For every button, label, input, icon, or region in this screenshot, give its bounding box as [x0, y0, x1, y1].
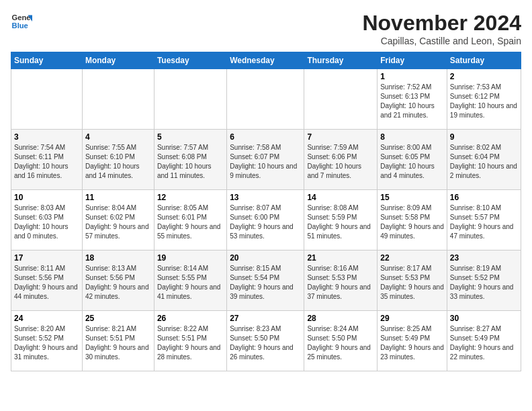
title-area: November 2024 Capillas, Castille and Leo…	[362, 11, 521, 46]
calendar-week-4: 17Sunrise: 8:11 AM Sunset: 5:56 PM Dayli…	[11, 250, 521, 311]
calendar-week-2: 3Sunrise: 7:54 AM Sunset: 6:11 PM Daylig…	[11, 130, 521, 190]
header: General Blue November 2024 Capillas, Cas…	[11, 11, 521, 46]
logo-icon: General Blue	[11, 11, 32, 32]
calendar-cell: 15Sunrise: 8:09 AM Sunset: 5:58 PM Dayli…	[378, 190, 447, 250]
day-info: Sunrise: 8:25 AM Sunset: 5:49 PM Dayligh…	[380, 324, 444, 362]
day-info: Sunrise: 8:14 AM Sunset: 5:55 PM Dayligh…	[157, 264, 224, 302]
day-number: 25	[85, 314, 151, 323]
day-number: 14	[307, 193, 374, 202]
calendar-cell: 17Sunrise: 8:11 AM Sunset: 5:56 PM Dayli…	[11, 250, 83, 311]
calendar-cell: 23Sunrise: 8:19 AM Sunset: 5:52 PM Dayli…	[447, 250, 521, 311]
calendar-cell: 11Sunrise: 8:04 AM Sunset: 6:02 PM Dayli…	[82, 190, 154, 250]
calendar-cell: 29Sunrise: 8:25 AM Sunset: 5:49 PM Dayli…	[378, 311, 447, 371]
day-info: Sunrise: 8:23 AM Sunset: 5:50 PM Dayligh…	[230, 324, 301, 362]
calendar-cell: 26Sunrise: 8:22 AM Sunset: 5:51 PM Dayli…	[154, 311, 226, 371]
day-number: 22	[380, 253, 444, 263]
svg-text:Blue: Blue	[12, 21, 28, 30]
day-info: Sunrise: 8:27 AM Sunset: 5:49 PM Dayligh…	[450, 324, 518, 362]
calendar-cell: 8Sunrise: 8:00 AM Sunset: 6:05 PM Daylig…	[378, 130, 447, 190]
weekday-header-monday: Monday	[82, 52, 154, 69]
calendar-cell: 20Sunrise: 8:15 AM Sunset: 5:54 PM Dayli…	[227, 250, 304, 311]
day-number: 5	[157, 132, 224, 142]
calendar-body: 1Sunrise: 7:52 AM Sunset: 6:13 PM Daylig…	[11, 69, 521, 371]
calendar-cell	[227, 69, 304, 130]
day-number: 23	[450, 253, 518, 263]
calendar-cell: 30Sunrise: 8:27 AM Sunset: 5:49 PM Dayli…	[447, 311, 521, 371]
day-info: Sunrise: 8:16 AM Sunset: 5:53 PM Dayligh…	[307, 264, 374, 302]
svg-text:General: General	[12, 13, 32, 21]
calendar-cell: 5Sunrise: 7:57 AM Sunset: 6:08 PM Daylig…	[154, 130, 226, 190]
day-info: Sunrise: 7:52 AM Sunset: 6:13 PM Dayligh…	[380, 83, 444, 120]
day-number: 6	[230, 132, 301, 142]
day-number: 17	[14, 253, 79, 263]
day-number: 7	[307, 132, 374, 142]
day-info: Sunrise: 8:08 AM Sunset: 5:59 PM Dayligh…	[307, 203, 374, 241]
day-number: 19	[157, 253, 224, 263]
day-info: Sunrise: 8:19 AM Sunset: 5:52 PM Dayligh…	[450, 264, 518, 302]
month-title: November 2024	[362, 11, 521, 36]
weekday-header-row: SundayMondayTuesdayWednesdayThursdayFrid…	[11, 52, 521, 69]
calendar-cell: 4Sunrise: 7:55 AM Sunset: 6:10 PM Daylig…	[82, 130, 154, 190]
day-info: Sunrise: 8:17 AM Sunset: 5:53 PM Dayligh…	[380, 264, 444, 302]
calendar-cell: 24Sunrise: 8:20 AM Sunset: 5:52 PM Dayli…	[11, 311, 83, 371]
calendar-cell: 3Sunrise: 7:54 AM Sunset: 6:11 PM Daylig…	[11, 130, 83, 190]
calendar-cell: 22Sunrise: 8:17 AM Sunset: 5:53 PM Dayli…	[378, 250, 447, 311]
day-info: Sunrise: 7:54 AM Sunset: 6:11 PM Dayligh…	[14, 143, 79, 181]
calendar-cell: 7Sunrise: 7:59 AM Sunset: 6:06 PM Daylig…	[304, 130, 378, 190]
weekday-header-tuesday: Tuesday	[154, 52, 226, 69]
day-info: Sunrise: 8:15 AM Sunset: 5:54 PM Dayligh…	[230, 264, 301, 302]
calendar-week-5: 24Sunrise: 8:20 AM Sunset: 5:52 PM Dayli…	[11, 311, 521, 371]
weekday-header-friday: Friday	[378, 52, 447, 69]
calendar-week-3: 10Sunrise: 8:03 AM Sunset: 6:03 PM Dayli…	[11, 190, 521, 250]
day-info: Sunrise: 8:24 AM Sunset: 5:50 PM Dayligh…	[307, 324, 374, 362]
calendar-cell: 21Sunrise: 8:16 AM Sunset: 5:53 PM Dayli…	[304, 250, 378, 311]
day-info: Sunrise: 7:59 AM Sunset: 6:06 PM Dayligh…	[307, 143, 374, 181]
day-info: Sunrise: 7:58 AM Sunset: 6:07 PM Dayligh…	[230, 143, 301, 181]
day-number: 18	[85, 253, 151, 263]
day-info: Sunrise: 8:05 AM Sunset: 6:01 PM Dayligh…	[157, 203, 224, 241]
day-info: Sunrise: 8:20 AM Sunset: 5:52 PM Dayligh…	[14, 324, 79, 362]
day-info: Sunrise: 8:21 AM Sunset: 5:51 PM Dayligh…	[85, 324, 151, 362]
day-number: 15	[380, 193, 444, 202]
calendar-cell: 6Sunrise: 7:58 AM Sunset: 6:07 PM Daylig…	[227, 130, 304, 190]
calendar-cell: 10Sunrise: 8:03 AM Sunset: 6:03 PM Dayli…	[11, 190, 83, 250]
day-info: Sunrise: 8:10 AM Sunset: 5:57 PM Dayligh…	[450, 203, 518, 241]
calendar-cell: 28Sunrise: 8:24 AM Sunset: 5:50 PM Dayli…	[304, 311, 378, 371]
day-info: Sunrise: 8:04 AM Sunset: 6:02 PM Dayligh…	[85, 203, 151, 241]
day-number: 11	[85, 193, 151, 202]
weekday-header-sunday: Sunday	[11, 52, 83, 69]
day-number: 24	[14, 314, 79, 323]
day-number: 8	[380, 132, 444, 142]
day-info: Sunrise: 8:11 AM Sunset: 5:56 PM Dayligh…	[14, 264, 79, 302]
day-number: 13	[230, 193, 301, 202]
calendar-header: SundayMondayTuesdayWednesdayThursdayFrid…	[11, 52, 521, 69]
day-info: Sunrise: 8:09 AM Sunset: 5:58 PM Dayligh…	[380, 203, 444, 241]
day-info: Sunrise: 8:00 AM Sunset: 6:05 PM Dayligh…	[380, 143, 444, 181]
day-number: 30	[450, 314, 518, 323]
day-info: Sunrise: 7:55 AM Sunset: 6:10 PM Dayligh…	[85, 143, 151, 181]
day-number: 2	[450, 72, 518, 81]
weekday-header-saturday: Saturday	[447, 52, 521, 69]
calendar-cell: 12Sunrise: 8:05 AM Sunset: 6:01 PM Dayli…	[154, 190, 226, 250]
day-number: 4	[85, 132, 151, 142]
day-number: 10	[14, 193, 79, 202]
day-number: 21	[307, 253, 374, 263]
calendar-cell	[304, 69, 378, 130]
day-number: 28	[307, 314, 374, 323]
logo: General Blue	[11, 11, 32, 32]
day-info: Sunrise: 7:53 AM Sunset: 6:12 PM Dayligh…	[450, 83, 518, 120]
calendar-week-1: 1Sunrise: 7:52 AM Sunset: 6:13 PM Daylig…	[11, 69, 521, 130]
weekday-header-wednesday: Wednesday	[227, 52, 304, 69]
day-number: 16	[450, 193, 518, 202]
weekday-header-thursday: Thursday	[304, 52, 378, 69]
day-number: 20	[230, 253, 301, 263]
calendar-cell	[154, 69, 226, 130]
calendar-cell: 9Sunrise: 8:02 AM Sunset: 6:04 PM Daylig…	[447, 130, 521, 190]
day-number: 29	[380, 314, 444, 323]
day-number: 1	[380, 72, 444, 81]
calendar-cell: 1Sunrise: 7:52 AM Sunset: 6:13 PM Daylig…	[378, 69, 447, 130]
day-number: 9	[450, 132, 518, 142]
day-info: Sunrise: 8:02 AM Sunset: 6:04 PM Dayligh…	[450, 143, 518, 181]
calendar-cell: 27Sunrise: 8:23 AM Sunset: 5:50 PM Dayli…	[227, 311, 304, 371]
day-info: Sunrise: 8:22 AM Sunset: 5:51 PM Dayligh…	[157, 324, 224, 362]
